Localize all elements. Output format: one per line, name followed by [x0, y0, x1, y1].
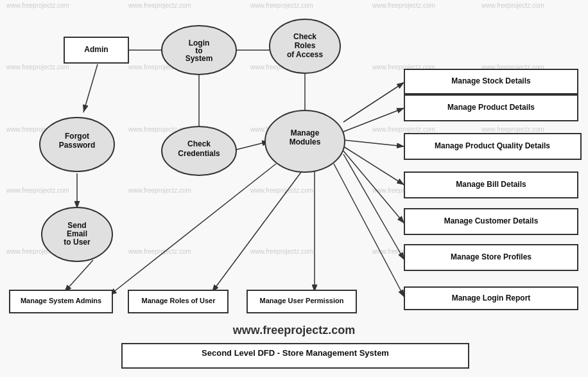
manage-store-label: Manage Store Profiles [451, 252, 532, 261]
svg-text:www.freeprojectz.com: www.freeprojectz.com [250, 248, 313, 255]
svg-text:www.freeprojectz.com: www.freeprojectz.com [481, 2, 544, 9]
svg-text:www.freeprojectz.com: www.freeprojectz.com [481, 126, 544, 133]
svg-text:www.freeprojectz.com: www.freeprojectz.com [128, 187, 191, 194]
svg-line-36 [343, 140, 404, 146]
svg-line-27 [83, 64, 98, 112]
manage-product-quality-label: Manage Product Quality Details [435, 141, 550, 150]
svg-text:www.freeprojectz.com: www.freeprojectz.com [250, 187, 313, 194]
manage-user-perm-label: Manage User Permission [260, 297, 344, 304]
forgot-pwd-label2: Password [59, 141, 96, 150]
svg-line-41 [212, 167, 305, 292]
svg-line-34 [343, 82, 404, 122]
manage-modules-label: Manage [291, 128, 320, 137]
svg-line-31 [231, 141, 270, 151]
manage-sys-admins-label: Manage System Admins [21, 297, 101, 304]
check-cred-label2: Credentials [178, 149, 220, 158]
svg-line-33 [64, 260, 93, 292]
svg-line-43 [109, 164, 276, 295]
manage-login-label: Manage Login Report [452, 294, 531, 302]
login-label3: System [186, 54, 213, 63]
forgot-pwd-label: Forgot [65, 132, 89, 141]
svg-line-39 [343, 154, 404, 260]
check-roles-label: Check [293, 32, 316, 41]
send-email-label3: to User [64, 238, 91, 247]
svg-text:www.freeprojectz.com: www.freeprojectz.com [372, 2, 435, 9]
svg-text:www.freeprojectz.com: www.freeprojectz.com [250, 2, 313, 9]
check-roles-label3: of Access [287, 50, 324, 59]
svg-text:www.freeprojectz.com: www.freeprojectz.com [6, 64, 69, 71]
manage-bill-label: Manage Bill Details [456, 180, 526, 189]
send-email-label2: Email [67, 229, 87, 238]
manage-stock-label: Manage Stock Details [451, 76, 531, 85]
svg-text:www.freeprojectz.com: www.freeprojectz.com [128, 248, 191, 255]
admin-label: Admin [84, 45, 108, 54]
diagram-container: www.freeprojectz.com www.freeprojectz.co… [0, 0, 588, 377]
svg-text:www.freeprojectz.com: www.freeprojectz.com [6, 2, 69, 9]
check-roles-label2: Roles [295, 41, 316, 50]
send-email-label: Send [67, 221, 86, 230]
svg-line-37 [343, 146, 404, 185]
svg-text:www.freeprojectz.com: www.freeprojectz.com [6, 187, 69, 194]
check-cred-label: Check [187, 139, 211, 148]
manage-modules-label2: Modules [290, 137, 321, 146]
manage-roles-label: Manage Roles of User [142, 297, 216, 304]
manage-product-label: Manage Product Details [447, 103, 535, 112]
svg-text:www.freeprojectz.com: www.freeprojectz.com [128, 2, 191, 9]
svg-text:www.freeprojectz.com: www.freeprojectz.com [372, 126, 435, 133]
svg-line-40 [334, 164, 404, 297]
footer-title-label: Second Level DFD - Store Management Syst… [202, 348, 389, 358]
manage-customer-label: Manage Customer Details [444, 216, 539, 225]
website-label: www.freeprojectz.com [232, 324, 355, 337]
